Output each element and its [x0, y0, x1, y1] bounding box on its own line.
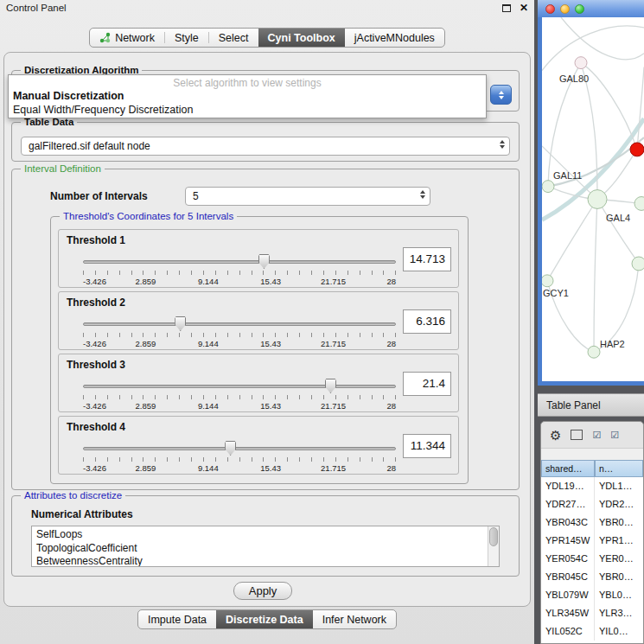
- network-canvas[interactable]: GAL80 GAL11 GAL4 GCY1 HAP2: [542, 17, 644, 381]
- numerical-attributes-list[interactable]: SelfLoopsTopologicalCoefficientBetweenne…: [31, 526, 500, 567]
- network-node[interactable]: [588, 190, 607, 209]
- table-row[interactable]: YPR145WYPR1…: [541, 532, 643, 550]
- slider-scale: -3.4262.8599.14415.4321.71528: [83, 401, 396, 411]
- scale-tick-label: 28: [386, 401, 396, 411]
- tab-label: Impute Data: [148, 614, 207, 626]
- scale-tick-label: 21.715: [321, 401, 346, 411]
- node-label-gal80: GAL80: [559, 73, 589, 84]
- scale-tick-label: -3.426: [83, 339, 106, 348]
- slider-scale: -3.4262.8599.14415.4321.71528: [83, 463, 396, 474]
- table-cell: YBR0…: [595, 568, 643, 586]
- table-cell: YDL1…: [595, 477, 643, 495]
- network-node[interactable]: [588, 346, 600, 358]
- slider-track[interactable]: [83, 447, 396, 450]
- scale-tick-label: -3.426: [83, 463, 106, 473]
- close-icon[interactable]: ✕: [520, 3, 528, 13]
- table-cell: YLR345W: [541, 604, 595, 622]
- node-label-gal4: GAL4: [606, 213, 630, 223]
- tab-cyni-toolbox[interactable]: Cyni Toolbox: [258, 29, 345, 47]
- slider-scale: -3.4262.8599.14415.4321.71528: [83, 339, 396, 349]
- slider-scale: -3.4262.8599.14415.4321.71528: [83, 277, 396, 287]
- popup-item-equal-width-frequency[interactable]: Equal Width/Frequency Discretization: [9, 103, 486, 117]
- tab-infer-network[interactable]: Infer Network: [313, 610, 396, 628]
- threshold-1-slider: -3.4262.8599.14415.4321.71528: [83, 254, 396, 287]
- scrollbar[interactable]: [488, 526, 499, 566]
- table-row[interactable]: YBL079WYBL0…: [541, 586, 643, 604]
- network-node[interactable]: [634, 197, 644, 211]
- algorithm-dropdown-popup: Select algorithm to view settings Manual…: [8, 74, 487, 118]
- columns-icon[interactable]: [571, 430, 583, 440]
- zoom-traffic-light[interactable]: [575, 4, 584, 14]
- scale-tick-label: 28: [386, 277, 396, 286]
- group-title: Attributes to discretize: [21, 490, 125, 501]
- table-cell: YDR2…: [595, 495, 643, 513]
- window-controls: ✕: [502, 3, 528, 13]
- tab-style[interactable]: Style: [165, 29, 208, 47]
- table-data-select[interactable]: galFiltered.sif default node: [21, 137, 510, 156]
- popup-item-manual-discretization[interactable]: Manual Discretization: [9, 89, 486, 103]
- column-header-name[interactable]: n…: [595, 460, 643, 477]
- checkbox-icon[interactable]: ☑: [592, 430, 601, 440]
- network-window-titlebar: [538, 0, 644, 17]
- table-cell: YDL19…: [541, 477, 595, 495]
- slider-track[interactable]: [83, 260, 396, 264]
- network-nodes[interactable]: [542, 57, 644, 359]
- table-row[interactable]: YIL052CYIL0…: [541, 622, 643, 641]
- minimize-traffic-light[interactable]: [560, 4, 570, 14]
- scrollbar-thumb[interactable]: [489, 527, 498, 546]
- combo-stepper-icon: [500, 140, 505, 149]
- scale-tick-label: 15.43: [260, 463, 281, 473]
- table-row[interactable]: YER054CYER0…: [541, 550, 643, 568]
- number-of-intervals-select[interactable]: 5: [185, 187, 430, 206]
- group-title: Threshold's Coordinates for 5 Intervals: [60, 211, 237, 221]
- scale-tick-label: 21.715: [321, 277, 346, 286]
- table-cell: YBL079W: [541, 586, 595, 604]
- tab-jactivemnodules[interactable]: jActiveMNodules: [345, 29, 444, 47]
- table-cell: YIL0…: [595, 622, 643, 641]
- slider-thumb[interactable]: [325, 379, 336, 393]
- float-window-icon[interactable]: [502, 4, 511, 12]
- threshold-value-field[interactable]: 6.316: [403, 309, 451, 334]
- table-row[interactable]: YBR043CYBR0…: [541, 513, 643, 532]
- table-row[interactable]: YBR045CYBR0…: [541, 568, 643, 586]
- attribute-list-item[interactable]: TopologicalCoefficient: [36, 542, 499, 556]
- attribute-list-item[interactable]: SelfLoops: [36, 528, 499, 542]
- network-node[interactable]: [542, 181, 554, 193]
- slider-ticks: [83, 395, 396, 399]
- table-panel-header[interactable]: Table Panel: [538, 393, 644, 417]
- threshold-value-field[interactable]: 14.713: [403, 247, 451, 271]
- threshold-value-field[interactable]: 11.344: [403, 434, 451, 458]
- slider-track[interactable]: [83, 385, 396, 388]
- tab-select[interactable]: Select: [209, 29, 258, 47]
- table-toolbar: ⚙ ☑ ☑: [541, 422, 643, 448]
- close-traffic-light[interactable]: [545, 4, 555, 14]
- column-header-shared-name[interactable]: shared…: [541, 460, 595, 477]
- tab-impute-data[interactable]: Impute Data: [138, 610, 216, 628]
- scale-tick-label: 28: [386, 339, 396, 348]
- network-node[interactable]: [575, 57, 587, 69]
- tab-discretize-data[interactable]: Discretize Data: [216, 610, 313, 628]
- checkbox-icon[interactable]: ☑: [610, 430, 619, 440]
- network-node[interactable]: [632, 257, 644, 271]
- table-row[interactable]: YDL19…YDL1…: [541, 477, 643, 495]
- slider-thumb[interactable]: [225, 441, 236, 456]
- scale-tick-label: 9.144: [198, 277, 219, 286]
- network-node[interactable]: [542, 275, 553, 287]
- slider-thumb[interactable]: [258, 254, 270, 269]
- node-table-body[interactable]: YDL19…YDL1…YDR27…YDR2…YBR043CYBR0…YPR145…: [541, 477, 643, 644]
- apply-button[interactable]: Apply: [233, 582, 292, 600]
- slider-thumb[interactable]: [175, 316, 186, 331]
- slider-track[interactable]: [83, 322, 396, 326]
- gear-icon[interactable]: ⚙: [550, 429, 561, 442]
- algorithm-select-stepper[interactable]: [490, 85, 512, 105]
- attribute-list-item[interactable]: BetweennessCentrality: [36, 555, 499, 567]
- network-node-selected[interactable]: [630, 143, 644, 156]
- threshold-value-field[interactable]: 21.4: [403, 372, 451, 396]
- table-row[interactable]: YLR345WYLR3…: [541, 604, 643, 622]
- tab-network[interactable]: Network: [90, 29, 164, 47]
- threshold-3-box: Threshold 3 -3.4262.8599.14415.4321.7152…: [58, 354, 459, 412]
- table-data-selected-value: galFiltered.sif default node: [29, 137, 150, 155]
- table-row[interactable]: YDR27…YDR2…: [541, 495, 643, 513]
- table-cell: YBR045C: [541, 568, 595, 586]
- scale-tick-label: -3.426: [83, 401, 106, 411]
